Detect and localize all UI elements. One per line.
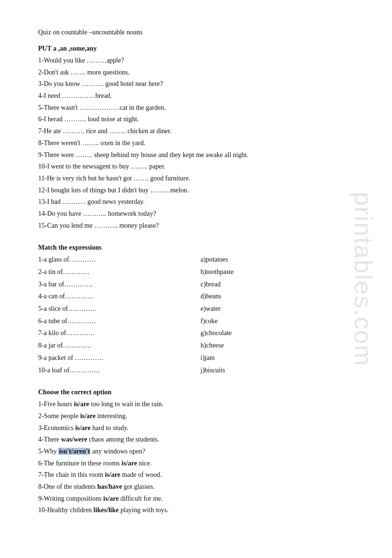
list-item: 6-I herad ………. loud noise at night.	[38, 114, 354, 125]
section-match-heading: Match the expressions	[38, 244, 354, 252]
list-item: 12-I bought lots of things but I didn't …	[38, 185, 354, 196]
section-put: PUT a ,an ,some,any 1-Would you like …………	[38, 45, 354, 231]
list-item: 11-He is very rich but he hasn't got …….…	[38, 173, 354, 184]
list-item: 3-Economics is/are hard to study.	[38, 423, 354, 433]
list-item: 2-Don't ask ……. more questions.	[38, 67, 354, 78]
list-item: 8-a jar of…………. h)cheese	[38, 340, 354, 351]
list-item: 8-One of the students has/have got glass…	[38, 482, 354, 492]
list-item: 5-There wasn't ………………cat in the garden.	[38, 103, 354, 113]
match-grid: 1-a glass of………… a)potatoes 2-a tin of………	[38, 254, 354, 375]
choose-lines: 1-Five hours is/are too long to wait in …	[38, 399, 354, 516]
list-item: 5-Why isn't/aren't any windows open?	[38, 446, 354, 457]
list-item: 7-a kilo of…………. g)chocolate	[38, 328, 354, 338]
list-item: 3-Do you know ………. good hotel near here?	[38, 79, 354, 89]
list-item: 6-The furniture in these rooms is/are ni…	[38, 458, 354, 469]
list-item: 5-a slice of…………. e)water	[38, 304, 354, 314]
list-item: 10-Healthy children likes/like playing w…	[38, 505, 354, 516]
list-item: 9-a packet of …………. i)jam	[38, 353, 354, 363]
list-item: 2-a tin of………… b)toothpaste	[38, 267, 354, 277]
list-item: 4-a can of…………. d)beans	[38, 291, 354, 302]
section-put-heading: PUT a ,an ,some,any	[38, 45, 354, 53]
list-item: 4-There was/were chaos among the student…	[38, 434, 354, 445]
put-lines: 1-Would you like ………apple? 2-Don't ask ……	[38, 55, 354, 231]
section-choose: Choose the correct option 1-Five hours i…	[38, 389, 354, 516]
list-item: 2-Some people is/are interesting.	[38, 411, 354, 421]
list-item: 9-There were …….. sheep behind my house …	[38, 150, 354, 160]
list-item: 10-a loaf of………….. j)biscuits	[38, 365, 354, 376]
section-choose-heading: Choose the correct option	[38, 389, 354, 396]
list-item: 4-I need ……………bread.	[38, 91, 354, 101]
list-item: 6-a tube of…………. f)coke	[38, 316, 354, 326]
section-match: Match the expressions 1-a glass of………… a…	[38, 244, 354, 375]
list-item: 15-Can you lend me ……….. money please?	[38, 221, 354, 231]
list-item: 1-Five hours is/are too long to wait in …	[38, 399, 354, 410]
list-item: 3-a bar of…………. c)bread	[38, 279, 354, 290]
list-item: 7-He ate ………. rice and …….. chicken at d…	[38, 126, 354, 137]
list-item: 1-a glass of………… a)potatoes	[38, 254, 354, 265]
list-item: 14-Do you have ……….. homework today?	[38, 209, 354, 219]
page-title: Quiz on countable –uncountable nouns	[38, 29, 354, 36]
list-item: 8-There weren't …….. oxen in the yard.	[38, 138, 354, 148]
list-item: 1-Would you like ………apple?	[38, 55, 354, 66]
list-item: 13-I had ……….. good news yesterday.	[38, 197, 354, 207]
list-item: 10-I went to the newsagent to buy …….. p…	[38, 161, 354, 172]
list-item: 7-The chair in this room is/are made of …	[38, 470, 354, 480]
list-item: 9-Writing compositions is/are difficult …	[38, 494, 354, 504]
